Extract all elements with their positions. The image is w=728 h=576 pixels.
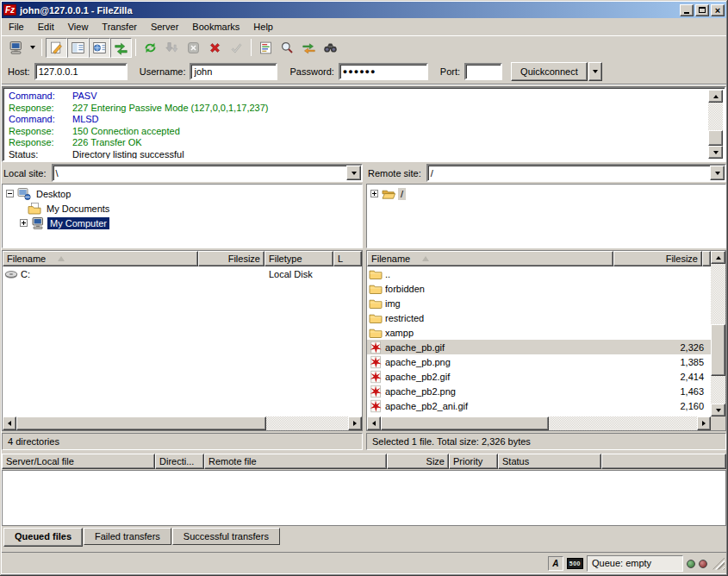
- menu-help[interactable]: Help: [246, 19, 280, 34]
- tree-item-my-computer[interactable]: My Computer: [4, 216, 362, 230]
- column-header-filetype[interactable]: Filetype: [264, 251, 333, 266]
- tree-item-my-documents[interactable]: My Documents: [4, 201, 362, 216]
- file-row[interactable]: apache_pb2.gif2,414: [367, 369, 711, 384]
- password-input[interactable]: [339, 63, 428, 80]
- menu-transfer[interactable]: Transfer: [95, 19, 144, 34]
- remote-horizontal-scrollbar[interactable]: [367, 416, 711, 430]
- tab-failed-transfers[interactable]: Failed transfers: [84, 528, 171, 545]
- column-header-server-local-file[interactable]: Server/Local file: [2, 454, 155, 469]
- process-queue-button[interactable]: [161, 38, 183, 58]
- process-queue-icon: [165, 41, 179, 55]
- port-input[interactable]: [464, 63, 502, 80]
- expand-icon[interactable]: [370, 190, 378, 197]
- toggle-message-log-button[interactable]: [46, 38, 67, 58]
- site-manager-button[interactable]: [5, 38, 27, 58]
- scroll-up-button[interactable]: [711, 251, 725, 264]
- host-input[interactable]: [34, 63, 128, 80]
- disk-icon: [4, 267, 18, 281]
- password-label: Password:: [289, 66, 333, 77]
- file-row-local-disk[interactable]: C: Local Disk: [3, 266, 362, 281]
- cancel-operation-button[interactable]: [183, 38, 204, 58]
- tree-item-root[interactable]: /: [369, 186, 725, 201]
- cancel-icon: [186, 41, 201, 55]
- quickconnect-button[interactable]: Quickconnect: [511, 62, 588, 81]
- file-row[interactable]: restricted: [367, 310, 711, 325]
- file-row[interactable]: xampp: [367, 325, 711, 340]
- menu-server[interactable]: Server: [144, 19, 185, 34]
- tab-queued-files[interactable]: Queued files: [3, 528, 83, 547]
- menu-edit[interactable]: Edit: [31, 19, 61, 34]
- file-row[interactable]: apache_pb2_ani.gif2,160: [367, 398, 711, 413]
- find-files-button[interactable]: [320, 38, 341, 58]
- menu-view[interactable]: View: [61, 19, 96, 34]
- remote-site-path: /: [431, 168, 433, 178]
- remote-vertical-scrollbar[interactable]: [711, 251, 725, 416]
- file-row[interactable]: ..: [367, 266, 711, 281]
- computer-icon: [31, 216, 45, 230]
- directory-comparison-button[interactable]: [277, 38, 298, 58]
- file-row[interactable]: apache_pb.png1,385: [367, 354, 711, 369]
- column-header-last-modified[interactable]: L: [333, 251, 362, 266]
- menu-file[interactable]: File: [2, 19, 31, 34]
- username-input[interactable]: [190, 63, 277, 80]
- site-tree-row: Local site: \ Desktop My Documents: [2, 164, 726, 248]
- log-vertical-scrollbar[interactable]: [708, 90, 723, 159]
- scrollbar-thumb[interactable]: [711, 324, 725, 376]
- quickconnect-dropdown-button[interactable]: [588, 62, 602, 81]
- synchronized-browsing-button[interactable]: [298, 38, 320, 58]
- scroll-right-button[interactable]: [348, 416, 362, 430]
- file-row[interactable]: img: [367, 296, 711, 310]
- column-header-size[interactable]: Size: [387, 454, 449, 469]
- menu-bookmarks[interactable]: Bookmarks: [185, 19, 246, 34]
- scroll-up-button[interactable]: [708, 90, 723, 103]
- close-button[interactable]: ×: [711, 4, 725, 16]
- column-header-priority[interactable]: Priority: [449, 454, 498, 469]
- scroll-right-button[interactable]: [697, 416, 711, 430]
- file-row-selected[interactable]: apache_pb.gif2,326: [367, 340, 711, 354]
- column-header-filename[interactable]: Filename: [3, 251, 198, 266]
- transfer-queue-list[interactable]: [2, 470, 726, 526]
- reconnect-button[interactable]: [226, 38, 247, 58]
- remote-site-combo[interactable]: /: [426, 164, 726, 182]
- refresh-button[interactable]: [140, 38, 161, 58]
- local-horizontal-scrollbar[interactable]: [3, 416, 362, 430]
- close-icon: ×: [715, 6, 720, 15]
- remote-site-dropdown-button[interactable]: [710, 166, 725, 180]
- column-header-filename[interactable]: Filename: [367, 251, 613, 266]
- title-bar[interactable]: Fz john@127.0.0.1 - FileZilla ×: [2, 2, 726, 18]
- scroll-left-button[interactable]: [3, 416, 16, 430]
- expand-icon[interactable]: [20, 219, 28, 227]
- scrollbar-thumb[interactable]: [708, 130, 723, 146]
- local-file-list: Filename Filesize Filetype L C: Local Di…: [2, 250, 363, 431]
- column-header-filesize[interactable]: Filesize: [198, 251, 264, 266]
- scroll-left-button[interactable]: [367, 416, 381, 430]
- scrollbar-thumb[interactable]: [381, 416, 549, 430]
- collapse-icon[interactable]: [6, 190, 14, 197]
- file-row[interactable]: forbidden: [367, 281, 711, 296]
- file-row[interactable]: apache_pb2.png1,463: [367, 384, 711, 398]
- site-manager-dropdown-button[interactable]: [27, 38, 38, 58]
- scroll-down-button[interactable]: [711, 404, 725, 416]
- toggle-transfer-queue-button[interactable]: [110, 38, 132, 58]
- column-header-status[interactable]: Status: [498, 454, 601, 469]
- local-site-dropdown-button[interactable]: [346, 166, 361, 180]
- remote-status-text: Selected 1 file. Total size: 2,326 bytes: [366, 433, 726, 450]
- maximize-button[interactable]: [695, 4, 709, 16]
- tree-item-desktop[interactable]: Desktop: [4, 186, 362, 201]
- message-log-lines: Command:PASV Response:227 Entering Passi…: [5, 90, 708, 159]
- column-header-filesize[interactable]: Filesize: [613, 251, 702, 266]
- local-site-combo[interactable]: \: [52, 164, 363, 182]
- chevron-down-icon: [352, 172, 357, 175]
- tab-successful-transfers[interactable]: Successful transfers: [172, 528, 280, 545]
- minimize-button[interactable]: [680, 4, 694, 16]
- scroll-down-button[interactable]: [708, 146, 723, 159]
- scrollbar-thumb[interactable]: [16, 416, 266, 430]
- column-header-remote-file[interactable]: Remote file: [204, 454, 387, 469]
- file-list-row: Filename Filesize Filetype L C: Local Di…: [2, 250, 726, 431]
- resize-grip-icon[interactable]: [712, 558, 725, 570]
- column-header-direction[interactable]: Directi...: [155, 454, 204, 469]
- toggle-remote-tree-button[interactable]: [89, 38, 110, 58]
- directory-listing-filters-button[interactable]: [255, 38, 277, 58]
- toggle-local-tree-button[interactable]: [67, 38, 89, 58]
- disconnect-button[interactable]: [204, 38, 226, 58]
